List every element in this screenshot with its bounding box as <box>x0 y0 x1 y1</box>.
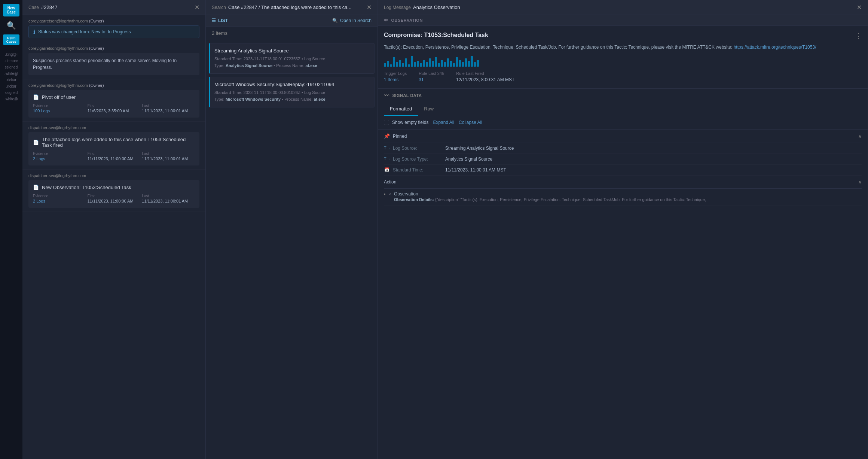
rule-last-24h-stat: Rule Last 24h 31 <box>419 71 444 82</box>
evidence-grid: Evidence 2 Logs First 11/11/2023, 11:00:… <box>33 194 195 203</box>
pinned-label: Pinned <box>393 134 407 139</box>
search-panel-header: Search Case #22847 / The attached logs w… <box>206 0 378 15</box>
case-event: dispatcher-svc@logrhythm.com 📄 New Obser… <box>22 170 205 212</box>
chart-bar <box>411 56 413 67</box>
case-content: corey.garretson@logrhythm.com (Owner) ℹ … <box>22 15 205 459</box>
result-meta: Standard Time: 2023-11-11T18:00:01.07235… <box>214 56 370 69</box>
field-row: T→ Log Source: Streaming Analytics Signa… <box>384 143 862 154</box>
signal-controls: Show empty fields Expand All Collapse Al… <box>378 116 868 129</box>
evidence-title: 📄 The attached logs were added to this c… <box>33 137 195 148</box>
trigger-logs-value[interactable]: 1 Items <box>384 77 407 82</box>
sidebar-user-item[interactable]: .white@ <box>3 97 19 101</box>
chart-bar <box>417 61 419 67</box>
tab-formatted[interactable]: Formatted <box>384 102 418 116</box>
evidence-col: First 11/11/2023, 11:00:00 AM <box>88 194 141 203</box>
log-panel-header: Log Message Analytics Observation ✕ <box>378 0 868 15</box>
new-case-button[interactable]: New Case <box>3 4 19 16</box>
case-panel-header: Case #22847 ✕ <box>22 0 205 15</box>
first-label: First <box>88 194 141 198</box>
chevron-up-icon: ∧ <box>858 179 862 185</box>
chart-bar <box>474 62 476 67</box>
signal-tabs: Formatted Raw <box>378 102 868 116</box>
search-icon[interactable]: 🔍 <box>7 21 16 30</box>
chart-bar <box>429 58 431 67</box>
rule-last-fired-value: 12/11/2023, 8:00:31 AM MST <box>456 77 514 82</box>
field-value: 11/11/2023, 11:00:01 AM MST <box>445 167 862 173</box>
checkbox[interactable] <box>384 120 389 125</box>
chart-bar <box>471 56 473 67</box>
search-toolbar: ☰ LIST 🔍 Open In Search <box>206 15 378 27</box>
action-section: Action ∧ ▪ ○ Observation Observation Det… <box>378 176 868 206</box>
evidence-title: 📄 New Observation: T1053:Scheduled Task <box>33 185 195 190</box>
open-in-search-button[interactable]: 🔍 Open In Search <box>332 18 372 23</box>
field-label: Log Source Type: <box>393 156 445 162</box>
field-value: Analytics Signal Source <box>445 156 862 162</box>
observation-label: Observation <box>394 191 706 197</box>
sidebar-user-item[interactable]: .rickar <box>3 78 19 82</box>
case-number: #22847 <box>41 4 192 10</box>
case-event: corey.garretson@logrhythm.com (Owner) 📄 … <box>22 79 205 122</box>
case-event-author: corey.garretson@logrhythm.com (Owner) <box>28 46 199 51</box>
evidence-col: Evidence 100 Logs <box>33 104 86 113</box>
evidence-grid: Evidence 2 Logs First 11/11/2023, 11:00:… <box>33 152 195 161</box>
sidebar-user-item[interactable]: ssigned <box>3 65 19 69</box>
tab-raw[interactable]: Raw <box>418 102 440 116</box>
sidebar-user-item[interactable]: .white@ <box>3 72 19 76</box>
obs-menu-button[interactable]: ⋮ <box>855 32 862 40</box>
status-change-card: ℹ Status was changed from: New to: In Pr… <box>28 25 199 38</box>
obs-section-label: OBSERVATION <box>391 18 423 22</box>
sidebar-user-item[interactable]: ssigned <box>3 91 19 95</box>
expand-all-button[interactable]: Expand All <box>433 120 454 125</box>
chart-bar <box>468 61 470 67</box>
show-empty-fields-checkbox[interactable]: Show empty fields <box>384 120 428 125</box>
open-cases-button[interactable]: Open Cases <box>3 34 19 45</box>
evidence-link[interactable]: 2 Logs <box>33 156 45 161</box>
evidence-col: First 11/6/2023, 3:35:00 AM <box>88 104 141 113</box>
sidebar-users-list: .king@l.demoressigned.white@.rickar.rick… <box>0 52 22 101</box>
case-event-author: dispatcher-svc@logrhythm.com <box>28 173 199 178</box>
rule-last-24h-value[interactable]: 31 <box>419 77 444 82</box>
search-label: Search <box>212 5 226 10</box>
collapse-all-button[interactable]: Collapse All <box>459 120 482 125</box>
chart-bar <box>384 63 386 67</box>
sidebar-user-item[interactable]: .demore <box>3 59 19 63</box>
case-close-button[interactable]: ✕ <box>195 4 199 11</box>
search-result-item[interactable]: Microsoft Windows Security:SignalReplay:… <box>209 77 375 107</box>
last-value: 11/11/2023, 11:00:01 AM <box>142 199 195 203</box>
field-value: Streaming Analytics Signal Source <box>445 146 862 151</box>
field-label: Standard Time: <box>393 167 445 173</box>
case-event: corey.garretson@logrhythm.com (Owner) ℹ … <box>22 15 205 42</box>
result-meta: Standard Time: 2023-11-11T18:00:00.80102… <box>214 89 370 103</box>
sidebar: New Case 🔍 Open Cases .king@l.demoressig… <box>0 0 22 459</box>
mini-chart <box>384 55 862 67</box>
show-empty-fields-label: Show empty fields <box>392 120 428 125</box>
sidebar-user-item[interactable]: .king@l <box>3 52 19 57</box>
result-title: Microsoft Windows Security:SignalReplay:… <box>214 82 370 87</box>
field-label: Log Source: <box>393 146 445 151</box>
list-label: LIST <box>218 18 228 23</box>
chart-bar <box>465 58 467 67</box>
log-panel: Log Message Analytics Observation ✕ 👁 OB… <box>378 0 868 459</box>
search-close-button[interactable]: ✕ <box>367 4 372 11</box>
sidebar-user-item[interactable]: .rickar <box>3 84 19 88</box>
chart-bar <box>399 60 401 67</box>
log-close-button[interactable]: ✕ <box>857 4 862 11</box>
chart-bar <box>453 63 455 67</box>
note-card: Suspicious process started periodically … <box>28 53 199 75</box>
search-results-list: Streaming Analytics Signal Source Standa… <box>206 40 378 459</box>
obs-section-header: 👁 OBSERVATION <box>378 15 868 26</box>
list-view-button[interactable]: ☰ LIST <box>212 18 228 23</box>
evidence-card: 📄 New Observation: T1053:Scheduled Task … <box>28 180 199 208</box>
first-label: First <box>88 104 141 108</box>
expand-icon[interactable]: ▪ <box>384 191 385 197</box>
chart-bar <box>477 60 479 67</box>
first-value: 11/11/2023, 11:00:00 AM <box>88 199 141 203</box>
search-result-item[interactable]: Streaming Analytics Signal Source Standa… <box>209 43 375 74</box>
mitre-link[interactable]: https://attack.mitre.org/techniques/T105… <box>734 45 816 50</box>
pinned-header[interactable]: 📌 Pinned ∧ <box>384 130 862 143</box>
case-event-role: (Owner) <box>89 83 104 88</box>
action-row: ▪ ○ Observation Observation Details: {"d… <box>384 189 862 206</box>
action-header[interactable]: Action ∧ <box>384 176 862 189</box>
evidence-link[interactable]: 2 Logs <box>33 199 45 203</box>
evidence-link[interactable]: 100 Logs <box>33 109 50 113</box>
